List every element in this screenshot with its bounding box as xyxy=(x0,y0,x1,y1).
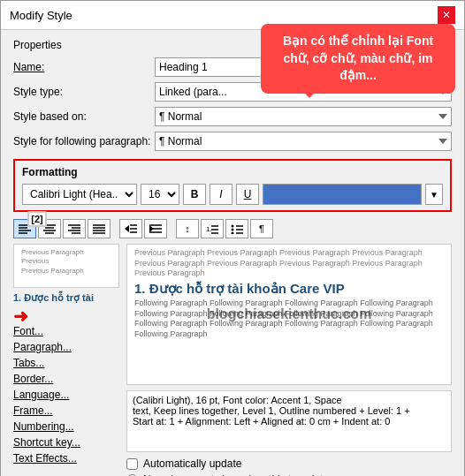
badge-2: [2] xyxy=(27,211,47,227)
previous-paragraph: Previous Paragraph Previous Paragraph Pr… xyxy=(134,248,444,279)
heading-preview-left: 1. Được hỗ trợ tài xyxy=(13,292,94,303)
description-area: (Calibri Light), 16 pt, Font color: Acce… xyxy=(126,390,452,452)
menu-tabs[interactable]: Tabs... xyxy=(13,355,119,371)
menu-frame[interactable]: Frame... xyxy=(13,403,119,419)
italic-button[interactable]: I xyxy=(210,184,232,205)
menu-language[interactable]: Language... xyxy=(13,387,119,403)
following-paragraph: Following Paragraph Following Paragraph … xyxy=(134,298,444,340)
style-following-label: Style for following paragraph: xyxy=(13,135,155,147)
preview-previous-text-2: Previous Paragraph xyxy=(21,267,111,275)
menu-paragraph[interactable]: Paragraph... xyxy=(13,339,119,355)
formatting-section: Formatting Calibri Light (Hea... 16 B I … xyxy=(13,159,452,212)
arrow-container: ➜ xyxy=(13,306,119,323)
menu-text-effects[interactable]: Text Effects... xyxy=(13,450,119,466)
tooltip-text: Bạn có thể chỉnh lại Font chữ, cỡ chữ, m… xyxy=(283,34,433,82)
font-select[interactable]: Calibri Light (Hea... xyxy=(22,184,137,205)
font-color-box[interactable] xyxy=(263,184,422,205)
bold-button[interactable]: B xyxy=(183,184,206,205)
auto-update-checkbox[interactable] xyxy=(126,458,138,470)
svg-point-30 xyxy=(232,232,234,235)
line-spacing-button[interactable]: ↕ xyxy=(176,219,199,238)
description-line2: text, Keep lines together, Level 1, Outl… xyxy=(133,405,446,416)
menu-shortcut[interactable]: Shortcut key... xyxy=(13,434,119,450)
description-line1: (Calibri Light), 16 pt, Font color: Acce… xyxy=(133,395,446,405)
style-following-select[interactable]: ¶ Normal xyxy=(155,132,452,151)
size-select[interactable]: 16 xyxy=(141,184,179,205)
auto-update-row: Automatically update xyxy=(126,457,452,470)
heading-preview: 1. Được hỗ trợ tài khoản Care VIP xyxy=(134,281,444,297)
right-panel: blogchiasekienthuc.com Previous Paragrap… xyxy=(126,244,452,476)
style-following-row: Style for following paragraph: ¶ Normal xyxy=(13,131,452,152)
style-based-label: Style based on: xyxy=(13,110,155,123)
bullets-button[interactable] xyxy=(225,219,248,238)
name-label: Name: xyxy=(13,61,155,73)
arrow-icon: ➜ xyxy=(13,306,28,327)
style-based-select-container: ¶ Normal xyxy=(155,107,452,126)
align-justify-button[interactable] xyxy=(88,219,111,238)
menu-font[interactable]: Font... xyxy=(13,323,119,339)
indent-decrease-button[interactable] xyxy=(119,219,142,238)
align-toolbar: ↕ 1. ¶ xyxy=(13,219,452,238)
auto-update-label: Automatically update xyxy=(143,457,241,470)
preview-mini: Previous Paragraph Previous Previous Par… xyxy=(13,244,119,288)
svg-point-29 xyxy=(232,229,234,231)
style-based-row: Style based on: ¶ Normal xyxy=(13,106,452,127)
formatting-label: Formatting xyxy=(22,166,443,178)
left-panel: Previous Paragraph Previous Previous Par… xyxy=(13,244,119,476)
formatting-row: Calibri Light (Hea... 16 B I U ▼ xyxy=(22,184,443,205)
tooltip-bubble: Bạn có thể chỉnh lại Font chữ, cỡ chữ, m… xyxy=(261,24,455,94)
svg-marker-16 xyxy=(125,225,129,232)
align-right-button[interactable] xyxy=(63,219,86,238)
modify-style-dialog: Modify Style ✕ Bạn có thể chỉnh lại Font… xyxy=(0,0,465,476)
style-following-select-container: ¶ Normal xyxy=(155,132,452,151)
dialog-title: Modify Style xyxy=(10,9,72,22)
menu-border[interactable]: Border... xyxy=(13,371,119,387)
svg-point-28 xyxy=(232,225,234,228)
style-type-label: Style type: xyxy=(13,86,155,98)
description-line3: Start at: 1 + Alignment: Left + Aligned … xyxy=(133,416,446,427)
underline-button[interactable]: U xyxy=(236,184,259,205)
style-based-select[interactable]: ¶ Normal xyxy=(155,107,452,126)
main-content: Previous Paragraph Previous Previous Par… xyxy=(13,244,452,476)
preview-previous-text: Previous Paragraph Previous xyxy=(21,248,111,267)
svg-text:1.: 1. xyxy=(206,225,212,233)
numbering-button[interactable]: 1. xyxy=(201,219,224,238)
paragraph-marks-button[interactable]: ¶ xyxy=(250,219,273,238)
indent-increase-button[interactable] xyxy=(144,219,167,238)
close-button[interactable]: ✕ xyxy=(438,6,455,24)
font-color-dropdown[interactable]: ▼ xyxy=(425,184,443,205)
menu-numbering[interactable]: Numbering... xyxy=(13,419,119,434)
preview-area: blogchiasekienthuc.com Previous Paragrap… xyxy=(126,244,452,385)
